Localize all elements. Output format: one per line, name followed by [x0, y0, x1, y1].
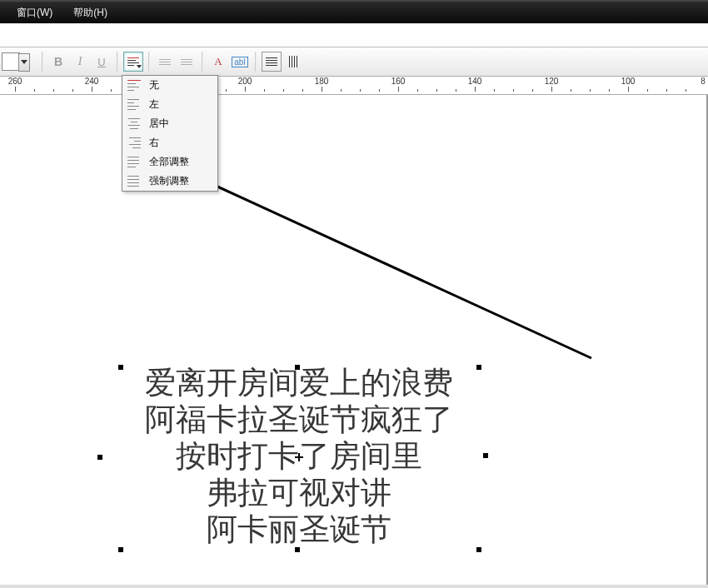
char-format-button[interactable]: A	[208, 52, 228, 72]
align-right-item[interactable]: 右	[122, 133, 217, 152]
svg-line-0	[207, 182, 591, 358]
menu-item-label: 居中	[149, 117, 169, 131]
align-force-justify-item[interactable]: 强制调整	[122, 172, 217, 191]
align-right-icon	[127, 137, 141, 149]
separator	[42, 52, 43, 72]
align-left-icon	[127, 99, 141, 111]
format-toolbar: B I U A abl	[0, 47, 708, 77]
align-none-icon	[127, 80, 141, 92]
ruler-label: 120	[545, 77, 559, 86]
align-force-icon	[127, 176, 141, 187]
ruler-label: 200	[238, 77, 252, 86]
align-center-item[interactable]: 居中	[122, 114, 217, 133]
menu-bar: 窗口(W) 帮助(H)	[0, 0, 708, 23]
menu-item-label: 全部调整	[149, 155, 189, 169]
ruler-label: 100	[621, 77, 636, 86]
separator	[202, 52, 203, 72]
align-justify-all-item[interactable]: 全部调整	[122, 152, 217, 172]
justify-button[interactable]	[262, 52, 282, 72]
separator	[255, 52, 257, 72]
text-line: 阿福卡拉圣诞节疯狂了	[113, 401, 485, 438]
annotation-arrow	[192, 175, 600, 366]
text-content[interactable]: 爱离开房间爱上的浪费 阿福卡拉圣诞节疯狂了 按时打卡了房间里 弗拉可视对讲 阿卡…	[113, 365, 485, 548]
paragraph-align-button[interactable]	[123, 52, 143, 72]
ruler-label: 160	[391, 77, 406, 86]
ruler-label: 8	[701, 77, 706, 86]
menu-item-label: 无	[149, 78, 159, 92]
char-format-icon: A	[214, 55, 222, 68]
bold-button[interactable]: B	[48, 52, 68, 72]
list-icon	[159, 59, 171, 65]
align-left-item[interactable]: 左	[122, 95, 217, 114]
menu-item-label: 左	[149, 97, 159, 112]
menu-item-label: 右	[149, 136, 159, 150]
align-justify-icon	[127, 157, 141, 168]
columns-icon	[289, 56, 297, 67]
separator	[117, 52, 118, 72]
text-line: 弗拉可视对讲	[113, 475, 485, 511]
italic-button[interactable]: I	[70, 52, 90, 72]
align-center-icon	[127, 118, 141, 130]
menu-help[interactable]: 帮助(H)	[73, 6, 107, 20]
numbered-list-button[interactable]	[177, 52, 197, 72]
highlight-icon: abl	[232, 57, 247, 67]
underline-button[interactable]: U	[92, 52, 112, 72]
align-none-item[interactable]: 无	[122, 76, 217, 95]
ruler-label: 240	[85, 77, 99, 86]
separator	[148, 52, 150, 72]
horizontal-ruler: 2602402202001801601401201008	[0, 77, 708, 95]
menu-window[interactable]: 窗口(W)	[17, 6, 52, 20]
text-line: 按时打卡了房间里	[113, 438, 485, 475]
alignment-dropdown: 无 左 居中 右 全部调整 强制调整	[122, 75, 218, 192]
highlight-button[interactable]: abl	[230, 52, 250, 72]
columns-button[interactable]	[283, 52, 303, 72]
menu-item-label: 强制调整	[149, 174, 189, 188]
text-line: 爱离开房间爱上的浪费	[113, 365, 485, 401]
ruler-label: 140	[468, 77, 482, 86]
bottom-border	[0, 585, 708, 588]
text-line: 阿卡丽圣诞节	[113, 511, 485, 548]
list-icon	[181, 59, 192, 65]
font-size-combo[interactable]	[2, 52, 20, 71]
bullet-list-button[interactable]	[155, 52, 175, 72]
ruler-label: 260	[8, 77, 22, 86]
ruler-label: 180	[315, 77, 329, 86]
justify-icon	[266, 57, 277, 66]
selection-handle[interactable]	[97, 455, 102, 460]
